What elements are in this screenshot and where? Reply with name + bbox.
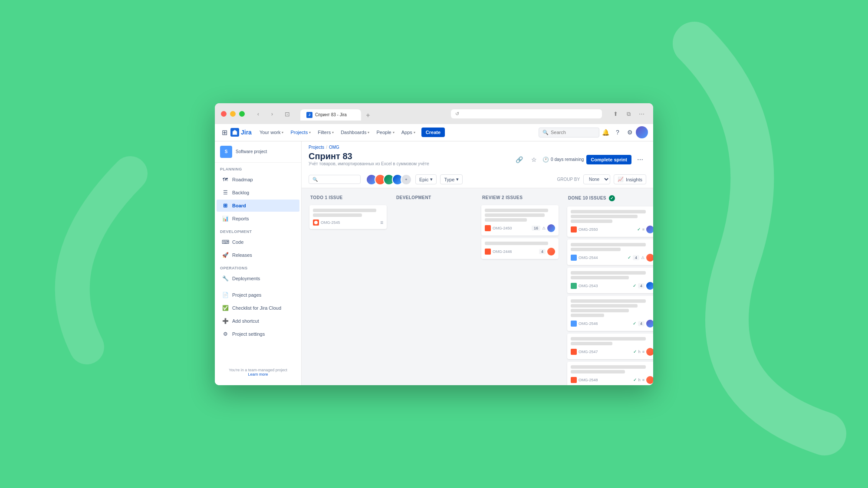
your-work-nav[interactable]: Your work ▾	[256, 124, 287, 141]
done-check-icon: ✓	[633, 321, 636, 326]
search-box[interactable]: 🔍	[539, 128, 599, 138]
card-omg-2550[interactable]: OMG-2550 ✓ ≡	[567, 206, 653, 237]
apps-nav[interactable]: Apps ▾	[398, 124, 419, 141]
user-avatar[interactable]	[636, 126, 648, 138]
traffic-light-yellow[interactable]	[230, 111, 236, 117]
sidebar-item-reports[interactable]: 📊 Reports	[217, 213, 299, 225]
main-layout: S Software project PLANNING 🗺 Roadmap ☰ …	[215, 141, 653, 385]
card-omg-2548[interactable]: OMG-2548 ✓ h ≡	[567, 362, 653, 385]
tabs-button[interactable]: ⊡	[281, 108, 293, 120]
duplicate-button[interactable]: ⧉	[623, 108, 634, 120]
issue-id: OMG-2550	[579, 227, 635, 232]
card-omg-2546[interactable]: OMG-2546 ✓ 4	[567, 296, 653, 331]
card-badge: 4	[633, 255, 639, 260]
page-content: Projects / OMG Спринт 83 Учёт товаров, и…	[302, 141, 653, 385]
help-button[interactable]: ?	[612, 126, 624, 138]
card-omg-2544[interactable]: OMG-2544 ✓ 4 ⚠	[567, 239, 653, 265]
card-footer: OMG-2450 16 ⚠	[485, 224, 555, 232]
people-nav[interactable]: People ▾	[373, 124, 398, 141]
forward-button[interactable]: ›	[266, 108, 278, 120]
card-omg-2545[interactable]: OMG-2545 ≡	[309, 205, 387, 229]
people-chevron: ▾	[393, 131, 395, 134]
sidebar-footer-link[interactable]: Learn more	[248, 372, 268, 377]
traffic-light-red[interactable]	[221, 111, 227, 117]
board-toolbar: 🔍 + Epic ▾ Type	[302, 171, 653, 188]
share-button[interactable]: ⬆	[610, 108, 621, 120]
card-omg-2547[interactable]: OMG-2547 ✓ h ≡	[567, 334, 653, 359]
issue-type-bug	[485, 249, 491, 255]
address-bar: ↺	[451, 109, 602, 118]
issue-type-bug	[313, 219, 319, 226]
type-filter[interactable]: Type ▾	[440, 174, 463, 184]
settings-button[interactable]: ⚙	[624, 126, 636, 138]
insights-button[interactable]: 📈 Insights	[614, 174, 646, 184]
sidebar-item-board[interactable]: ⊞ Board	[217, 200, 299, 212]
card-menu-button[interactable]: ≡	[380, 219, 383, 226]
done-check-icon: ✓	[633, 283, 636, 288]
board-icon: ⊞	[222, 202, 229, 209]
card-footer: OMG-2547 ✓ h ≡	[571, 348, 653, 356]
card-omg-2446[interactable]: OMG-2446 4	[481, 238, 559, 259]
card-title	[571, 365, 653, 373]
done-check-icon: ✓	[633, 377, 637, 382]
epic-filter[interactable]: Epic ▾	[415, 174, 437, 184]
sidebar-item-roadmap[interactable]: 🗺 Roadmap	[217, 174, 299, 186]
traffic-light-green[interactable]	[239, 111, 245, 117]
avatar-count[interactable]: +	[401, 174, 412, 185]
more-options-button[interactable]: ⋯	[634, 154, 646, 166]
sidebar-footer-text: You're in a team-managed project	[229, 368, 287, 372]
board-search[interactable]: 🔍	[309, 175, 361, 184]
projects-nav[interactable]: Projects ▾	[287, 124, 314, 141]
card-title	[485, 242, 555, 245]
sidebar-item-deployments[interactable]: 🔧 Deployments	[217, 272, 299, 285]
issue-id: OMG-2548	[579, 378, 631, 382]
back-button[interactable]: ‹	[253, 108, 264, 120]
issue-id: OMG-2450	[493, 226, 530, 230]
page-actions: 🔗 ☆ 🕐 0 days remaining Complete sprint ⋯	[513, 154, 646, 166]
backlog-label: Backlog	[232, 190, 249, 195]
sidebar-item-backlog[interactable]: ☰ Backlog	[217, 187, 299, 199]
star-button[interactable]: ☆	[528, 154, 540, 166]
create-button[interactable]: Create	[421, 128, 445, 137]
card-omg-2450[interactable]: OMG-2450 16 ⚠	[481, 205, 559, 236]
more-button[interactable]: ⋯	[636, 108, 647, 120]
sidebar-item-releases[interactable]: 🚀 Releases	[217, 249, 299, 261]
sidebar-item-project-pages[interactable]: 📄 Project pages	[217, 289, 299, 301]
card-badge: 4	[539, 249, 546, 254]
sidebar-item-code[interactable]: ⌨ Code	[217, 236, 299, 248]
column-development-cards	[393, 203, 475, 381]
project-pages-label: Project pages	[232, 292, 261, 298]
breadcrumb-project[interactable]: OMG	[329, 145, 339, 150]
issue-id: OMG-2547	[579, 350, 631, 354]
breadcrumb-projects[interactable]: Projects	[309, 145, 324, 150]
notifications-bell[interactable]: 🔔	[599, 126, 612, 138]
dashboards-nav[interactable]: Dashboards ▾	[337, 124, 373, 141]
project-settings-label: Project settings	[232, 331, 265, 337]
done-check-icon: ✓	[628, 255, 631, 260]
card-footer: OMG-2543 ✓ 4	[571, 282, 653, 290]
sidebar-item-add-shortcut[interactable]: ➕ Add shortcut	[217, 315, 299, 327]
sidebar-project[interactable]: S Software project	[215, 141, 301, 163]
sidebar-item-project-settings[interactable]: ⚙ Project settings	[217, 328, 299, 340]
card-omg-2543[interactable]: OMG-2543 ✓ 4	[567, 268, 653, 293]
new-tab-button[interactable]: +	[363, 110, 373, 121]
jira-logo[interactable]: Jira	[230, 128, 252, 137]
complete-sprint-button[interactable]: Complete sprint	[586, 155, 631, 164]
issue-id: OMG-2543	[579, 284, 631, 288]
filters-chevron: ▾	[332, 131, 334, 134]
link-button[interactable]: 🔗	[513, 154, 525, 166]
filters-nav[interactable]: Filters ▾	[314, 124, 337, 141]
backlog-icon: ☰	[222, 189, 229, 196]
card-avatar	[646, 376, 653, 384]
search-input[interactable]	[551, 130, 595, 135]
releases-label: Releases	[232, 252, 252, 258]
active-tab[interactable]: J Спринт 83 - Jira	[300, 109, 361, 121]
sidebar-item-checklist[interactable]: ✅ Checklist for Jira Cloud	[217, 302, 299, 314]
board-search-input[interactable]	[320, 177, 357, 182]
column-review: REVIEW 2 ISSUES	[479, 193, 561, 381]
group-by-select[interactable]: None	[583, 174, 610, 184]
dashboards-chevron: ▾	[368, 131, 369, 134]
card-badge: 16	[532, 226, 540, 231]
card-footer: OMG-2548 ✓ h ≡	[571, 376, 653, 384]
grid-icon[interactable]: ⊞	[220, 128, 229, 137]
